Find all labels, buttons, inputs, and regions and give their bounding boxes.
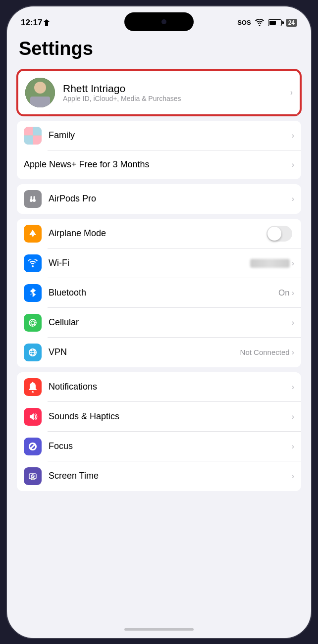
- cellular-row[interactable]: Cellular ›: [17, 308, 301, 338]
- sounds-label: Sounds & Haptics: [49, 411, 292, 422]
- status-time: 12:17: [21, 18, 50, 28]
- bluetooth-value: On: [278, 288, 290, 298]
- avatar-image: [25, 78, 55, 107]
- profile-row[interactable]: Rhett Intriago Apple ID, iCloud+, Media …: [17, 69, 301, 116]
- screen-time-chevron: ›: [292, 472, 294, 481]
- airplane-mode-label: Airplane Mode: [49, 228, 266, 239]
- sos-indicator: SOS: [237, 19, 251, 26]
- status-icons: SOS 24: [237, 19, 297, 27]
- svg-point-1: [34, 82, 46, 94]
- airplane-mode-toggle[interactable]: [266, 226, 292, 242]
- notifications-chevron: ›: [292, 383, 294, 392]
- group-airpods: AirPods Pro ›: [17, 184, 301, 214]
- group-notifications: Notifications › Sounds & Haptics ›: [17, 372, 301, 491]
- svg-rect-7: [34, 196, 35, 200]
- wifi-chevron: ›: [292, 259, 294, 268]
- sounds-icon: [24, 408, 42, 426]
- airpods-row[interactable]: AirPods Pro ›: [17, 184, 301, 214]
- vpn-icon: [24, 344, 42, 361]
- focus-label: Focus: [49, 441, 292, 451]
- airpods-icon: [24, 190, 42, 208]
- notifications-label: Notifications: [49, 382, 292, 392]
- profile-info: Rhett Intriago Apple ID, iCloud+, Media …: [63, 83, 290, 102]
- notifications-icon: [24, 378, 42, 396]
- bluetooth-svg: [29, 288, 37, 298]
- svg-point-9: [31, 321, 35, 324]
- notifications-svg: [28, 382, 38, 393]
- page-title: Settings: [17, 38, 301, 59]
- airpods-chevron: ›: [292, 195, 294, 203]
- svg-point-13: [32, 382, 34, 383]
- family-row[interactable]: Family ›: [17, 121, 301, 150]
- bluetooth-label: Bluetooth: [49, 288, 278, 298]
- vpn-svg: [28, 347, 38, 357]
- bluetooth-icon: [24, 284, 42, 302]
- airpods-svg: [27, 194, 38, 204]
- focus-svg: [28, 442, 38, 451]
- battery-number: 24: [286, 19, 297, 27]
- screen-time-icon: [24, 467, 42, 485]
- svg-rect-5: [31, 196, 32, 200]
- sounds-row[interactable]: Sounds & Haptics ›: [17, 402, 301, 432]
- avatar: [25, 78, 55, 107]
- screen-time-label: Screen Time: [49, 471, 292, 481]
- screen-time-row[interactable]: Screen Time ›: [17, 461, 301, 491]
- airplane-mode-icon: [24, 225, 42, 243]
- sounds-chevron: ›: [292, 412, 294, 421]
- vpn-row[interactable]: VPN Not Connected ›: [17, 338, 301, 367]
- home-bar: [124, 628, 194, 631]
- cellular-icon: [24, 314, 42, 332]
- screen-time-svg: [28, 471, 38, 481]
- group-network: Airplane Mode Wi-Fi ›: [17, 219, 301, 367]
- apple-news-label: Apple News+ Free for 3 Months: [24, 159, 292, 170]
- camera-dot: [161, 19, 166, 24]
- wifi-label: Wi-Fi: [49, 258, 250, 268]
- vpn-chevron: ›: [292, 348, 294, 357]
- focus-icon: [24, 438, 42, 455]
- toggle-thumb: [267, 227, 281, 241]
- apple-news-chevron: ›: [292, 160, 294, 169]
- family-label: Family: [49, 130, 292, 141]
- cellular-svg: [28, 318, 38, 328]
- dynamic-island: [124, 12, 194, 31]
- battery-icon: [268, 19, 282, 26]
- profile-chevron: ›: [290, 88, 293, 97]
- bluetooth-row[interactable]: Bluetooth On ›: [17, 278, 301, 308]
- wifi-value-blurred: [250, 259, 290, 268]
- status-bar: 12:17 SOS 24: [7, 6, 311, 33]
- group-family: Family › Apple News+ Free for 3 Months ›: [17, 121, 301, 179]
- wifi-settings-svg: [28, 259, 38, 267]
- profile-name: Rhett Intriago: [63, 83, 290, 95]
- time-display: 12:17: [21, 18, 42, 28]
- cellular-label: Cellular: [49, 317, 292, 328]
- notifications-row[interactable]: Notifications ›: [17, 372, 301, 402]
- profile-subtitle: Apple ID, iCloud+, Media & Purchases: [63, 95, 290, 102]
- wifi-icon: [255, 19, 264, 26]
- svg-rect-3: [30, 97, 50, 107]
- focus-row[interactable]: Focus ›: [17, 432, 301, 461]
- apple-news-row[interactable]: Apple News+ Free for 3 Months ›: [17, 150, 301, 179]
- airpods-label: AirPods Pro: [49, 194, 292, 204]
- cellular-chevron: ›: [292, 318, 294, 327]
- family-icon: [24, 127, 42, 145]
- settings-content: Settings Rhett Intriago: [7, 33, 311, 621]
- bluetooth-chevron: ›: [292, 289, 294, 297]
- vpn-value: Not Connected: [240, 348, 290, 356]
- vpn-label: VPN: [49, 347, 240, 357]
- airplane-svg: [28, 229, 38, 239]
- wifi-row[interactable]: Wi-Fi ›: [17, 248, 301, 278]
- focus-chevron: ›: [292, 442, 294, 451]
- home-indicator: [7, 621, 311, 638]
- location-icon: [44, 19, 50, 26]
- svg-point-12: [32, 391, 34, 393]
- sounds-svg: [28, 412, 38, 422]
- battery-fill: [269, 21, 276, 25]
- family-chevron: ›: [292, 131, 294, 140]
- airplane-mode-row[interactable]: Airplane Mode: [17, 219, 301, 248]
- wifi-row-icon: [24, 254, 42, 272]
